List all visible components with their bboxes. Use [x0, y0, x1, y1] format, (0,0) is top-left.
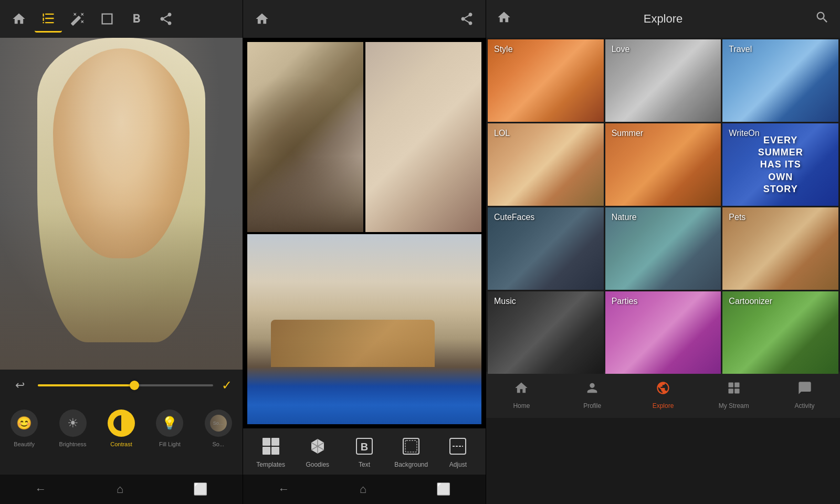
nav-profile[interactable]: Profile: [566, 381, 618, 410]
portrait-overlay: [0, 38, 243, 370]
recents-nav-button[interactable]: ⬜: [193, 482, 207, 496]
svg-rect-9: [728, 382, 733, 387]
middle-recents-nav[interactable]: ⬜: [436, 482, 450, 496]
tool-beautify[interactable]: 😊 Beautify: [0, 405, 48, 452]
bold-button[interactable]: [123, 5, 150, 33]
slider-row: ↩ ✓: [0, 370, 243, 401]
home-nav-button[interactable]: ⌂: [117, 482, 123, 496]
tool-contrast[interactable]: Contrast: [97, 405, 145, 452]
nature-label: Nature: [612, 213, 637, 222]
left-panel: ↩ ✓ 😊 Beautify ☀ Brightness Contrast: [0, 0, 243, 504]
collage-cell-portrait[interactable]: [365, 42, 481, 232]
nav-mystream-label: My Stream: [719, 402, 749, 410]
tool-brightness[interactable]: ☀ Brightness: [48, 405, 97, 452]
background-tool[interactable]: Background: [390, 435, 432, 468]
explore-cell-music[interactable]: Music: [488, 291, 604, 374]
more-icon: So…: [205, 410, 232, 437]
nav-home[interactable]: Home: [495, 381, 548, 410]
explore-search-button[interactable]: [815, 10, 830, 28]
explore-cell-nature[interactable]: Nature: [605, 207, 721, 290]
nav-activity-label: Activity: [795, 402, 815, 410]
tool-filllight[interactable]: 💡 Fill Light: [145, 405, 194, 452]
explore-cell-cutefaces[interactable]: CuteFaces: [488, 207, 604, 290]
controls-area: ↩ ✓ 😊 Beautify ☀ Brightness Contrast: [0, 370, 243, 475]
middle-home-button[interactable]: [248, 5, 276, 33]
nav-profile-label: Profile: [583, 402, 601, 410]
home-button[interactable]: [5, 5, 33, 33]
writeon-text: EVERY SUMMER HAS ITS OWN STORY: [751, 134, 809, 195]
style-label: Style: [494, 45, 513, 54]
share-button[interactable]: [152, 5, 180, 33]
tool-more[interactable]: So… So...: [194, 405, 243, 452]
middle-home-nav[interactable]: ⌂: [360, 482, 366, 496]
explore-header: Explore: [486, 0, 840, 38]
undo-button[interactable]: ↩: [10, 379, 29, 392]
slider-thumb[interactable]: [130, 381, 139, 390]
confirm-button[interactable]: ✓: [222, 378, 232, 393]
explore-cell-style[interactable]: Style: [488, 39, 604, 122]
templates-tool[interactable]: Templates: [250, 435, 292, 468]
brightness-icon: ☀: [59, 410, 87, 437]
explore-title: Explore: [511, 12, 815, 26]
summer-label: Summer: [612, 129, 643, 138]
text-label: Text: [359, 461, 370, 468]
svg-rect-12: [734, 388, 739, 393]
background-icon: [400, 435, 423, 458]
brightness-slider-track[interactable]: [38, 384, 213, 386]
svg-rect-0: [262, 438, 270, 446]
svg-rect-10: [734, 382, 739, 387]
explore-cell-pets[interactable]: Pets: [722, 207, 838, 290]
filllight-label: Fill Light: [159, 441, 181, 447]
love-label: Love: [612, 45, 630, 54]
nav-activity[interactable]: Activity: [779, 381, 831, 410]
nav-mystream[interactable]: My Stream: [708, 381, 760, 410]
goodies-icon: [306, 435, 329, 458]
slider-fill: [38, 384, 134, 386]
explore-cell-cartoonizer[interactable]: Cartoonizer: [722, 291, 838, 374]
explore-cell-love[interactable]: Love: [605, 39, 721, 122]
goodies-tool[interactable]: Goodies: [297, 435, 339, 468]
music-label: Music: [494, 297, 516, 306]
collage-area: [243, 38, 486, 428]
pets-label: Pets: [729, 213, 746, 222]
explore-cell-summer[interactable]: Summer: [605, 123, 721, 206]
wand-button[interactable]: [64, 5, 91, 33]
adjust-tool[interactable]: Adjust: [437, 435, 479, 468]
collage-cell-boats[interactable]: [247, 234, 481, 424]
explore-home-button[interactable]: [497, 10, 511, 28]
nav-explore-label: Explore: [653, 402, 674, 410]
text-tool[interactable]: B Text: [343, 435, 385, 468]
photo-edit-area: [0, 38, 243, 370]
goodies-label: Goodies: [306, 461, 329, 468]
explore-cell-lol[interactable]: LOL: [488, 123, 604, 206]
tools-row: 😊 Beautify ☀ Brightness Contrast 💡 Fill …: [0, 401, 243, 475]
text-icon: B: [353, 435, 376, 458]
svg-rect-1: [271, 438, 279, 446]
back-nav-button[interactable]: ←: [35, 482, 47, 496]
frame-button[interactable]: [93, 5, 121, 33]
middle-share-button[interactable]: [453, 5, 480, 33]
collage-cell-bicycle[interactable]: [247, 42, 363, 232]
background-label: Background: [394, 461, 428, 468]
explore-nav: Home Profile Explore My Stream: [486, 372, 840, 418]
svg-rect-7: [405, 440, 417, 452]
nav-profile-icon: [585, 381, 600, 399]
beautify-label: Beautify: [14, 441, 35, 447]
templates-icon: [259, 435, 282, 458]
explore-cell-parties[interactable]: Parties: [605, 291, 721, 374]
explore-cell-travel[interactable]: Travel: [722, 39, 838, 122]
svg-text:B: B: [361, 441, 368, 453]
travel-label: Travel: [729, 45, 752, 54]
nav-activity-icon: [797, 381, 812, 399]
svg-rect-3: [271, 447, 279, 455]
sliders-button[interactable]: [35, 5, 62, 33]
lol-label: LOL: [494, 129, 510, 138]
nav-mystream-icon: [727, 381, 741, 399]
middle-nav-bar: ← ⌂ ⬜: [243, 475, 486, 504]
more-label: So...: [213, 441, 225, 447]
middle-back-nav[interactable]: ←: [278, 482, 290, 496]
nav-home-icon: [514, 381, 529, 399]
svg-rect-11: [728, 388, 733, 393]
explore-cell-writeon[interactable]: WriteOn EVERY SUMMER HAS ITS OWN STORY: [722, 123, 838, 206]
nav-explore[interactable]: Explore: [637, 381, 689, 410]
